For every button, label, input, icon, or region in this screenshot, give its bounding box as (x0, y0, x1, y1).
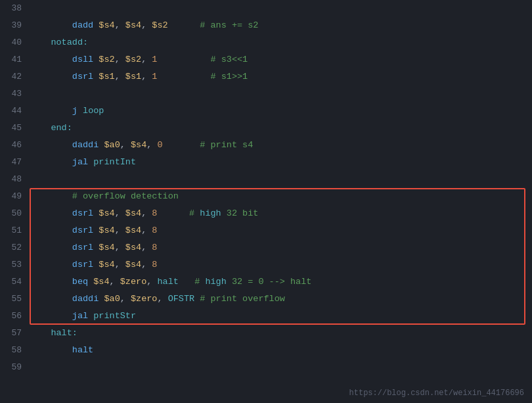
table-row: 52 dsrl $s4, $s4, 8 (0, 239, 532, 256)
line-number: 44 (0, 103, 30, 120)
line-number: 57 (0, 325, 30, 342)
table-row: 54 beq $s4, $zero, halt # high 32 = 0 --… (0, 273, 532, 291)
line-number: 53 (0, 256, 30, 273)
table-row: 45 end: (0, 120, 532, 137)
line-content: j loop (30, 103, 104, 120)
table-row: 50 dsrl $s4, $s4, 8 # high 32 bit (0, 205, 532, 222)
table-row: 51 dsrl $s4, $s4, 8 (0, 222, 532, 239)
table-row: 56 jal printStr (0, 308, 532, 325)
table-row: 57 halt: (0, 325, 532, 342)
line-content: daddi $a0, $zero, OFSTR # print overflow (30, 291, 285, 308)
line-number: 45 (0, 120, 30, 137)
line-content: jal printInt (30, 154, 136, 171)
table-row: 44 j loop (0, 103, 532, 120)
line-content: halt: (30, 325, 78, 342)
line-content: # overflow detection (30, 188, 179, 205)
table-row: 47 jal printInt (0, 154, 532, 171)
line-content: halt (30, 342, 93, 359)
line-number: 48 (0, 171, 30, 188)
table-row: 55 daddi $a0, $zero, OFSTR # print overf… (0, 291, 532, 308)
line-number: 46 (0, 137, 30, 154)
table-row: 59 (0, 359, 532, 376)
line-number: 59 (0, 359, 30, 376)
line-number: 52 (0, 239, 30, 256)
table-row: 42 dsrl $s1, $s1, 1 # s1>>1 (0, 68, 532, 85)
line-number: 47 (0, 154, 30, 171)
table-row: 40 notadd: (0, 34, 532, 51)
table-row: 46 daddi $a0, $s4, 0 # print s4 (0, 137, 532, 154)
watermark: https://blog.csdn.net/weixin_44176696 (349, 389, 524, 398)
line-content: dsrl $s4, $s4, 8 (30, 222, 157, 239)
line-number: 38 (0, 0, 30, 17)
line-content: jal printStr (30, 308, 136, 325)
line-number: 39 (0, 17, 30, 34)
line-content: dsrl $s4, $s4, 8 (30, 239, 157, 256)
table-row: 53 dsrl $s4, $s4, 8 (0, 256, 532, 273)
line-content: end: (30, 120, 72, 137)
line-content: dsrl $s4, $s4, 8 # high 32 bit (30, 205, 258, 222)
line-number: 58 (0, 342, 30, 359)
line-number: 42 (0, 68, 30, 85)
table-row: 38 (0, 0, 532, 17)
table-row: 43 (0, 85, 532, 103)
line-number: 49 (0, 188, 30, 205)
line-content: dadd $s4, $s4, $s2 # ans += s2 (30, 17, 258, 34)
line-number: 50 (0, 205, 30, 222)
line-number: 40 (0, 34, 30, 51)
line-number: 56 (0, 308, 30, 325)
line-content: beq $s4, $zero, halt # high 32 = 0 --> h… (30, 273, 311, 291)
line-content: notadd: (30, 34, 88, 51)
line-content: dsrl $s1, $s1, 1 # s1>>1 (30, 68, 248, 85)
line-number: 54 (0, 273, 30, 291)
line-content: dsll $s2, $s2, 1 # s3<<1 (30, 51, 248, 68)
line-content: dsrl $s4, $s4, 8 (30, 256, 157, 273)
table-row: 41 dsll $s2, $s2, 1 # s3<<1 (0, 51, 532, 68)
line-number: 41 (0, 51, 30, 68)
line-number: 43 (0, 85, 30, 103)
line-number: 55 (0, 291, 30, 308)
table-row: 39 dadd $s4, $s4, $s2 # ans += s2 (0, 17, 532, 34)
table-row: 49 # overflow detection (0, 188, 532, 205)
table-row: 48 (0, 171, 532, 188)
table-row: 58 halt (0, 342, 532, 359)
code-container: 3839 dadd $s4, $s4, $s2 # ans += s240 no… (0, 0, 532, 403)
line-number: 51 (0, 222, 30, 239)
line-content: daddi $a0, $s4, 0 # print s4 (30, 137, 253, 154)
